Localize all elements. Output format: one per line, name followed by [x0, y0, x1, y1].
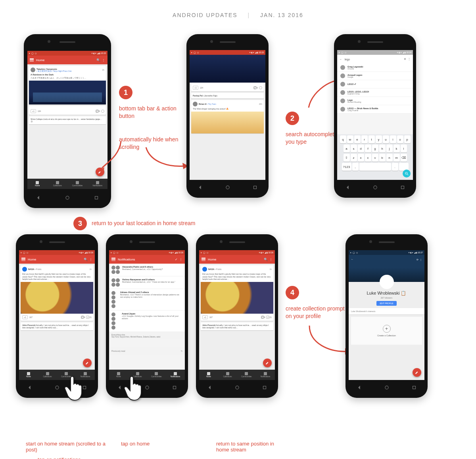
key[interactable]: d [358, 145, 364, 152]
screen-home-2: ♦ ◯ ◻✶ ◐ ▾ ◢ ▮ 10:26 Home🔍 ⋮ NASA • Publ… [19, 250, 95, 380]
screen-search: ♦ ◯ ◻✶ ◐ ▾ ◢ ▮ 10:24 ← lego ✕ ⋮ Greg Leg… [337, 50, 413, 180]
phone-7: ♦ ◯ ◻✶ ◐ ▾ ◢ ▮ 10:27 ←⟳ ⋮ Luke Wroblewsk… [345, 234, 428, 398]
compose-fab[interactable] [413, 368, 421, 377]
back-icon[interactable]: ← [340, 58, 342, 61]
key[interactable]: s [351, 145, 357, 152]
share-icon[interactable] [259, 86, 262, 89]
create-collection-tile[interactable]: + Create a Collection [351, 317, 422, 345]
search-result[interactable]: LEGO, LEGO, LEGO!Eoghann Irving [337, 89, 413, 97]
search-icon[interactable]: 🔍 [84, 258, 88, 261]
svg-point-9 [55, 386, 58, 389]
comment-icon[interactable]: 💬 [96, 110, 99, 113]
compose-fab[interactable] [96, 168, 104, 176]
nasa-post[interactable]: NASA • Public1h Did you know that Earth'… [21, 265, 93, 321]
edit-profile-button[interactable]: EDIT PROFILE [376, 301, 396, 306]
svg-point-16 [385, 386, 388, 389]
post-image [21, 282, 93, 314]
annotation-1b: automatically hide when scrolling [119, 136, 182, 151]
key[interactable]: x [358, 154, 364, 162]
key[interactable]: ⌫ [401, 154, 407, 162]
key[interactable]: z [351, 154, 357, 162]
key[interactable]: i [390, 135, 396, 143]
search-result[interactable]: LegoRichard Wooding [337, 97, 413, 105]
comment-icon[interactable]: 💬 [253, 86, 257, 89]
more-icon[interactable]: ⋮ [102, 58, 105, 62]
key[interactable]: f [365, 145, 371, 152]
back-nav-icon[interactable] [36, 195, 41, 201]
search-input[interactable]: lego [345, 58, 404, 61]
svg-rect-1 [95, 197, 98, 199]
search-result[interactable]: LEGO — Brick News & BuildsCraig Froehle [337, 105, 413, 114]
home-nav-icon[interactable] [65, 195, 70, 201]
key[interactable]: q [340, 135, 346, 143]
key[interactable]: j [386, 145, 393, 152]
key[interactable]: r [361, 135, 368, 143]
reload-icon[interactable]: ⟳ [416, 258, 418, 261]
tab-home[interactable]: Home [27, 179, 48, 189]
tab-collections[interactable]: Collections [38, 370, 57, 380]
more-icon[interactable]: ⋮ [420, 258, 422, 261]
more-icon[interactable]: ⋮ [89, 258, 92, 261]
phone-4: ♦ ◯ ◻✶ ◐ ▾ ◢ ▮ 10:26 Home🔍 ⋮ NASA • Publ… [16, 234, 98, 398]
plus-one-button[interactable]: +1 [31, 109, 36, 113]
tab-home[interactable]: Home [19, 370, 38, 380]
keyboard-search-button[interactable] [403, 170, 411, 177]
share-icon[interactable] [101, 110, 104, 113]
svg-point-0 [66, 196, 69, 199]
tab-notifications[interactable]: Notifications [166, 370, 185, 380]
tab-communities[interactable]: Communities [147, 370, 166, 380]
badge-1: 1 [119, 86, 132, 99]
key[interactable]: l [401, 145, 407, 152]
svg-rect-14 [263, 386, 266, 389]
key[interactable]: o [397, 135, 403, 143]
screen-profile: ♦ ◯ ◻✶ ◐ ▾ ◢ ▮ 10:27 ←⟳ ⋮ Luke Wroblewsk… [349, 250, 424, 380]
more-icon[interactable]: ⋮ [408, 58, 411, 61]
key[interactable]: u [383, 135, 389, 143]
compose-fab[interactable] [83, 359, 92, 367]
key[interactable]: p [404, 135, 411, 143]
post-card[interactable]: Takahiro Yamamoto • 東京夜間写真部 / Tokyo Nigh… [29, 66, 106, 104]
header-title: ANDROID UPDATES [173, 12, 238, 18]
clear-icon[interactable]: ✕ [404, 58, 406, 61]
post-card-2[interactable]: Brian H • Tiny Town 20h The Web-slinger … [191, 100, 264, 133]
notification-row[interactable]: Alexandra Pedro and 8 othersReshared, Co… [109, 264, 185, 276]
key[interactable]: w [347, 135, 353, 143]
tab-collections[interactable]: Collections [48, 179, 68, 189]
menu-icon[interactable] [21, 258, 25, 261]
tab-communities[interactable]: Communities [67, 179, 88, 189]
mark-read-icon[interactable]: ✓ [175, 258, 178, 261]
more-icon[interactable]: ⋮ [179, 258, 182, 261]
key[interactable]: ⇧ [344, 154, 350, 162]
key[interactable]: b [379, 154, 386, 162]
key[interactable]: v [372, 154, 378, 162]
prev-read[interactable]: Previously read↻ [109, 347, 185, 355]
menu-icon[interactable] [111, 258, 115, 261]
recent-nav-icon[interactable] [94, 195, 99, 201]
search-result[interactable]: Arnaud LegonGoogle [337, 72, 413, 80]
notification-row[interactable]: Vishnu Narayanan and 9 othersReshared, C… [109, 276, 185, 289]
key[interactable]: y [376, 135, 382, 143]
key[interactable]: n [386, 154, 393, 162]
back-icon[interactable]: ← [351, 258, 353, 260]
key-symbols[interactable]: ?123 [342, 163, 351, 171]
search-result[interactable]: Greg LegowskiAristotle [337, 64, 413, 72]
search-result[interactable]: LEGO ✔ [337, 80, 413, 89]
key[interactable]: g [372, 145, 378, 152]
key[interactable]: e [354, 135, 361, 143]
tab-notifications[interactable]: Notifications [88, 179, 108, 189]
key[interactable]: a [344, 145, 350, 152]
search-icon[interactable]: 🔍 [96, 58, 100, 62]
key[interactable]: t [369, 135, 375, 143]
plus-one-button[interactable]: +1 [193, 86, 198, 90]
key[interactable]: h [379, 145, 386, 152]
key[interactable]: m [393, 154, 400, 162]
menu-icon[interactable] [30, 58, 34, 62]
key[interactable]: k [393, 145, 400, 152]
row2-captions: start on home stream (scrolled to a post… [0, 433, 476, 459]
svg-rect-12 [173, 386, 176, 389]
annotation-4: 4 create collection prompt on your profi… [286, 286, 345, 320]
notification-row[interactable]: Adrees Ahmed and 2 othersReshared, +1'd:… [109, 289, 185, 310]
notification-row[interactable]: Anand Jayan+1'd: Google+ Activity Log Go… [109, 310, 185, 332]
key-space[interactable] [359, 163, 391, 171]
key[interactable]: c [365, 154, 371, 162]
